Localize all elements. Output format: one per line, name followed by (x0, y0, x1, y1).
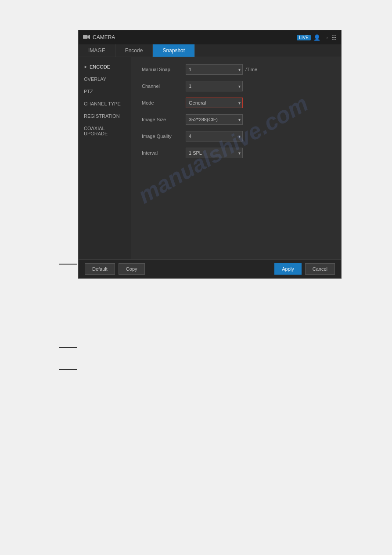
manual-snap-select[interactable]: 1 (186, 64, 243, 75)
line-mark-1 (59, 264, 77, 265)
user-icon[interactable]: 👤 (313, 34, 320, 41)
sidebar: ► ENCODE OVERLAY PTZ CHANNEL TYPE REGIST… (79, 57, 131, 259)
tab-bar: IMAGE Encode Snapshot (79, 44, 341, 57)
apply-button[interactable]: Apply (274, 263, 302, 275)
title-bar: CAMERA LIVE 👤 → ☷ (79, 30, 341, 44)
default-button[interactable]: Default (85, 263, 115, 275)
interval-label: Interval (142, 150, 186, 156)
interval-select-wrapper: 1 SPL (186, 148, 243, 158)
interval-select[interactable]: 1 SPL (186, 148, 243, 158)
sidebar-item-overlay[interactable]: OVERLAY (79, 73, 131, 85)
grid-icon[interactable]: ☷ (331, 34, 337, 41)
image-quality-row: Image Quality 4 (142, 131, 331, 141)
image-quality-label: Image Quality (142, 134, 186, 139)
mode-label: Mode (142, 100, 186, 105)
live-badge: LIVE (297, 35, 311, 40)
image-size-select-wrapper: 352*288(CIF) (186, 114, 243, 125)
sidebar-item-registration[interactable]: REGISTRATION (79, 110, 131, 122)
channel-select-wrapper: 1 (186, 81, 243, 91)
mode-row: Mode General (142, 98, 331, 108)
main-panel: Manual Snap 1 /Time Channel 1 (131, 57, 341, 259)
sidebar-item-encode[interactable]: ► ENCODE (79, 61, 131, 73)
arrow-right-icon[interactable]: → (323, 34, 329, 41)
sidebar-item-coaxial-upgrade[interactable]: COAXIAL UPGRADE (79, 122, 131, 140)
sidebar-label-coaxial-upgrade: COAXIAL UPGRADE (84, 126, 126, 136)
sidebar-label-overlay: OVERLAY (84, 76, 106, 82)
footer-right: Apply Cancel (274, 263, 335, 275)
sidebar-label-encode: ENCODE (90, 64, 110, 69)
cancel-button[interactable]: Cancel (305, 263, 335, 275)
image-size-label: Image Size (142, 117, 186, 122)
interval-row: Interval 1 SPL (142, 148, 331, 158)
line-mark-3 (59, 369, 77, 370)
image-size-row: Image Size 352*288(CIF) (142, 114, 331, 125)
line-mark-2 (59, 347, 77, 348)
svg-rect-0 (83, 35, 87, 39)
channel-select[interactable]: 1 (186, 81, 243, 91)
channel-row: Channel 1 (142, 81, 331, 91)
content-area: ► ENCODE OVERLAY PTZ CHANNEL TYPE REGIST… (79, 57, 341, 259)
copy-button[interactable]: Copy (119, 263, 145, 275)
mode-select[interactable]: General (186, 98, 243, 108)
manual-snap-row: Manual Snap 1 /Time (142, 64, 331, 75)
image-size-select[interactable]: 352*288(CIF) (186, 114, 243, 125)
footer-left: Default Copy (85, 263, 145, 275)
manual-snap-suffix: /Time (245, 67, 257, 72)
svg-marker-1 (87, 35, 90, 39)
sidebar-arrow-encode: ► (84, 65, 88, 69)
tab-snapshot[interactable]: Snapshot (153, 44, 195, 57)
sidebar-label-ptz: PTZ (84, 89, 93, 94)
sidebar-label-channel-type: CHANNEL TYPE (84, 101, 121, 106)
mode-select-wrapper: General (186, 98, 243, 108)
sidebar-label-registration: REGISTRATION (84, 113, 120, 119)
camera-icon (83, 34, 90, 41)
sidebar-item-ptz[interactable]: PTZ (79, 85, 131, 98)
title-left: CAMERA (83, 34, 115, 41)
camera-dialog: CAMERA LIVE 👤 → ☷ IMAGE Encode Snapshot … (78, 30, 342, 279)
dialog-title: CAMERA (93, 34, 115, 40)
tab-encode[interactable]: Encode (115, 44, 153, 57)
channel-label: Channel (142, 83, 186, 89)
manual-snap-select-wrapper: 1 (186, 64, 243, 75)
tab-image[interactable]: IMAGE (79, 44, 115, 57)
page-wrapper: CAMERA LIVE 👤 → ☷ IMAGE Encode Snapshot … (0, 0, 392, 555)
sidebar-item-channel-type[interactable]: CHANNEL TYPE (79, 98, 131, 110)
footer-bar: Default Copy Apply Cancel (79, 259, 341, 278)
manual-snap-label: Manual Snap (142, 67, 186, 72)
image-quality-select[interactable]: 4 (186, 131, 243, 141)
title-right: LIVE 👤 → ☷ (297, 34, 337, 41)
image-quality-select-wrapper: 4 (186, 131, 243, 141)
